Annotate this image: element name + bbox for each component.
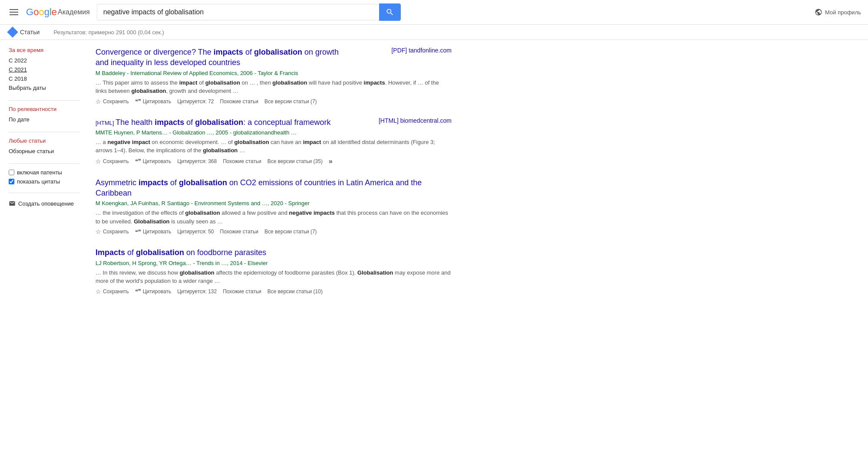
logo-akademiya: Академия [58, 8, 90, 16]
sidebar-type-label[interactable]: Любые статьи [9, 138, 80, 144]
result-title-link[interactable]: Impacts of globalisation on foodborne pa… [96, 247, 452, 258]
result-title-link[interactable]: Asymmetric impacts of globalisation on C… [96, 177, 452, 199]
star-icon: ☆ [96, 228, 101, 235]
checkbox-patents-label: включая патенты [17, 169, 62, 176]
cite-icon: ❝❞ [135, 229, 141, 235]
sidebar-divider-4 [9, 193, 80, 193]
sidebar-type-section: Любые статьи Обзорные статьи [9, 138, 80, 156]
result-actions: ☆ Сохранить ❝❞ Цитировать Цитируется: 13… [96, 288, 452, 295]
cited-link[interactable]: Цитируется: 50 [177, 229, 214, 235]
result-author-link[interactable]: H Sprong [132, 260, 156, 266]
result-authors: MMTE Huynen, P Martens… - Globalization … [96, 129, 452, 136]
save-link[interactable]: ☆ Сохранить [96, 158, 129, 165]
result-author-link[interactable]: LJ Robertson [96, 260, 129, 266]
profile-icon [815, 8, 822, 16]
result-author-link[interactable]: JA Fuinhas [130, 200, 158, 206]
result-author-link[interactable]: M Baddeley [96, 70, 125, 76]
result-title-link[interactable]: Convergence or divergence? The impacts o… [96, 47, 347, 68]
checkbox-citations-item[interactable]: показать цитаты [9, 178, 80, 185]
result-title-link[interactable]: [HTML] The health impacts of globalisati… [96, 117, 347, 128]
save-link[interactable]: ☆ Сохранить [96, 228, 129, 235]
logo-letter-o1: o [33, 7, 39, 18]
search-input[interactable] [97, 4, 379, 20]
cited-link[interactable]: Цитируется: 368 [177, 158, 217, 164]
save-label: Сохранить [103, 158, 129, 164]
result-journal: - Trends in …, 2014 - Elsevier [193, 260, 268, 266]
sidebar-time-section: За все время С 2022 С 2021 С 2018 Выбрат… [9, 47, 80, 92]
main-layout: За все время С 2022 С 2021 С 2018 Выбрат… [0, 40, 868, 307]
checkbox-patents-item[interactable]: включая патенты [9, 169, 80, 176]
sidebar-time-label[interactable]: За все время [9, 47, 80, 53]
sub-header: Статьи Результатов: примерно 291 000 (0,… [0, 25, 868, 40]
result-actions: ☆ Сохранить ❝❞ Цитировать Цитируется: 36… [96, 157, 452, 165]
search-button[interactable] [379, 3, 401, 21]
create-alert-button[interactable]: Создать оповещение [9, 198, 74, 209]
save-label: Сохранить [103, 98, 129, 105]
google-logo[interactable]: G o o g l e Академия [26, 7, 90, 18]
save-label: Сохранить [103, 229, 129, 235]
sidebar-item-2021[interactable]: С 2021 [9, 65, 80, 74]
result-source-side: [HTML] biomedcentral.com [356, 117, 452, 124]
result-journal: - International Review of Applied Econom… [127, 70, 298, 76]
result-source-domain: tandfonline.com [409, 47, 452, 54]
similar-link[interactable]: Похожие статьи [223, 288, 261, 295]
result-author-link[interactable]: M Koengkan [96, 200, 127, 206]
versions-link[interactable]: Все версии статьи (35) [267, 158, 323, 164]
checkbox-citations-label: показать цитаты [17, 178, 60, 185]
result-title-row: Convergence or divergence? The impacts o… [96, 47, 452, 68]
versions-link[interactable]: Все версии статьи (10) [267, 288, 323, 295]
cite-link[interactable]: ❝❞ Цитировать [135, 229, 172, 235]
sidebar-item-2022[interactable]: С 2022 [9, 56, 80, 65]
star-icon: ☆ [96, 288, 101, 295]
sidebar-divider-1 [9, 100, 80, 101]
result-snippet: … In this review, we discuss how globali… [96, 269, 452, 285]
similar-link[interactable]: Похожие статьи [220, 229, 259, 235]
similar-link[interactable]: Похожие статьи [220, 98, 259, 105]
result-author-link[interactable]: P Martens [136, 129, 162, 136]
checkbox-patents[interactable] [9, 170, 14, 175]
cite-icon: ❝❞ [135, 98, 141, 105]
cite-label: Цитировать [143, 288, 172, 295]
result-source-link[interactable]: [PDF] tandfonline.com [391, 47, 452, 54]
result-journal: - Environment Systems and …, 2020 - Spri… [191, 200, 310, 206]
cite-label: Цитировать [143, 158, 172, 164]
result-authors: M Baddeley - International Review of App… [96, 70, 452, 76]
cite-link[interactable]: ❝❞ Цитировать [135, 158, 172, 164]
cited-link[interactable]: Цитируется: 132 [177, 288, 217, 295]
cite-icon: ❝❞ [135, 288, 141, 295]
cited-link[interactable]: Цитируется: 72 [177, 98, 214, 105]
result-item: Asymmetric impacts of globalisation on C… [96, 177, 452, 236]
more-link[interactable]: » [329, 157, 333, 165]
versions-link[interactable]: Все версии статьи (7) [264, 229, 317, 235]
versions-link[interactable]: Все версии статьи (7) [264, 98, 317, 105]
sidebar-divider-2 [9, 132, 80, 132]
checkbox-citations[interactable] [9, 179, 14, 184]
save-link[interactable]: ☆ Сохранить [96, 288, 129, 295]
articles-badge: Статьи [9, 28, 40, 36]
logo-letter-g2: g [44, 7, 50, 18]
result-journal: - Globalization …, 2005 - globalizationa… [169, 129, 297, 136]
results-area: Convergence or divergence? The impacts o… [87, 47, 460, 307]
sidebar-item-review[interactable]: Обзорные статьи [9, 147, 80, 156]
cite-link[interactable]: ❝❞ Цитировать [135, 98, 172, 105]
save-link[interactable]: ☆ Сохранить [96, 98, 129, 105]
result-author-link[interactable]: R Santiago [162, 200, 189, 206]
result-author-link[interactable]: YR Ortega [159, 260, 185, 266]
cite-link[interactable]: ❝❞ Цитировать [135, 288, 172, 295]
sidebar-sort-section: По релевантности По дате [9, 106, 80, 124]
sidebar-item-choose-dates[interactable]: Выбрать даты [9, 83, 80, 92]
cite-icon: ❝❞ [135, 158, 141, 164]
my-profile-label: Мой профиль [825, 9, 861, 16]
similar-link[interactable]: Похожие статьи [223, 158, 261, 164]
sidebar-item-sort-date[interactable]: По дате [9, 115, 80, 124]
my-profile-button[interactable]: Мой профиль [815, 8, 861, 16]
result-authors: LJ Robertson, H Sprong, YR Ortega… - Tre… [96, 260, 452, 266]
sidebar-sort-label[interactable]: По релевантности [9, 106, 80, 112]
result-author-link[interactable]: MMTE Huynen [96, 129, 133, 136]
hamburger-menu-icon[interactable] [7, 7, 21, 18]
cite-label: Цитировать [143, 229, 172, 235]
star-icon: ☆ [96, 98, 101, 105]
sidebar-item-2018[interactable]: С 2018 [9, 74, 80, 83]
result-source-link[interactable]: [HTML] biomedcentral.com [379, 117, 452, 124]
result-actions: ☆ Сохранить ❝❞ Цитировать Цитируется: 72… [96, 98, 452, 105]
